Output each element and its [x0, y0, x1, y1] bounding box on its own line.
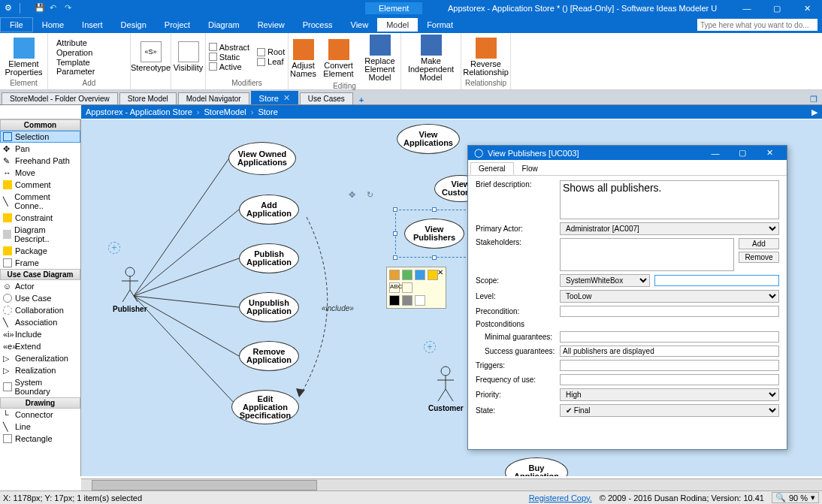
mini-palette[interactable]: ✕ ABC — [386, 267, 446, 309]
tool-comment-conn[interactable]: ╲Comment Conne.. — [0, 191, 80, 212]
replace-model-button[interactable]: Replace Element Model — [359, 35, 401, 82]
registered-copy-link[interactable]: Registered Copy. — [529, 493, 592, 502]
play-icon[interactable]: ▶ — [811, 107, 817, 117]
adjust-names-button[interactable]: Adjust Names — [289, 39, 319, 78]
tab-flow[interactable]: Flow — [514, 162, 546, 175]
level-select[interactable]: TooLow — [560, 290, 779, 303]
tool-rectangle[interactable]: Rectangle — [0, 433, 80, 445]
diagram-canvas[interactable]: + Publisher + Customer View Owned Applic… — [81, 119, 822, 476]
tool-actor[interactable]: ☺Actor — [0, 280, 80, 292]
tool-freehand[interactable]: ✎Freehand Path — [0, 155, 80, 167]
minimize-button[interactable]: — — [732, 0, 762, 17]
usecase-remove[interactable]: Remove Application — [239, 341, 299, 371]
leaf-checkbox[interactable]: Leaf — [257, 57, 285, 66]
tool-connector[interactable]: └Connector — [0, 409, 80, 421]
convert-element-button[interactable]: Convert Element — [323, 39, 355, 78]
usecase-unpublish[interactable]: Unpublish Application — [239, 292, 299, 322]
maximize-button[interactable]: ▢ — [731, 148, 754, 158]
tab-use-cases[interactable]: Use Cases — [300, 92, 353, 104]
breadcrumb-item[interactable]: Store — [258, 107, 277, 116]
menu-project[interactable]: Project — [156, 18, 199, 32]
tool-generalization[interactable]: ▷Generalization — [0, 352, 80, 364]
frequency-input[interactable] — [560, 374, 779, 385]
reverse-relationship-button[interactable]: Reverse Relationship — [464, 38, 509, 77]
save-icon[interactable]: 💾 — [35, 3, 45, 14]
selection-handles[interactable] — [395, 210, 473, 258]
menu-file[interactable]: File — [0, 17, 33, 32]
tool-extend[interactable]: «e»Extend — [0, 340, 80, 352]
tool-collaboration[interactable]: Collaboration — [0, 304, 80, 316]
restore-icon[interactable]: ❐ — [805, 95, 822, 104]
menu-model[interactable]: Model — [377, 18, 418, 32]
tool-sysboundary[interactable]: System Boundary — [0, 376, 80, 397]
menu-diagram[interactable]: Diagram — [199, 18, 249, 32]
root-checkbox[interactable]: Root — [257, 47, 285, 56]
actor-publisher[interactable]: Publisher — [113, 266, 147, 313]
tool-pan[interactable]: ✥Pan — [0, 143, 80, 155]
abstract-checkbox[interactable]: Abstract — [209, 43, 249, 52]
add-node-icon[interactable]: + — [108, 242, 120, 254]
tab-store-model[interactable]: Store Model — [119, 92, 177, 104]
tool-include[interactable]: «i»Include — [0, 328, 80, 340]
gear-icon[interactable]: ⚙ — [5, 3, 15, 14]
menu-process[interactable]: Process — [294, 18, 342, 32]
scope-select[interactable]: SystemWhiteBox — [560, 274, 650, 287]
close-icon[interactable]: ✕ — [283, 93, 290, 103]
tool-line[interactable]: ╲Line — [0, 421, 80, 433]
priority-select[interactable]: High — [560, 388, 779, 401]
context-tab-element[interactable]: Element — [365, 2, 422, 14]
breadcrumb-item[interactable]: Appstorex - Application Store — [86, 107, 192, 116]
close-icon[interactable]: ✕ — [437, 268, 443, 276]
usecase-buy-app[interactable]: Buy Application — [505, 457, 568, 476]
remove-button[interactable]: Remove — [739, 252, 779, 263]
menu-view[interactable]: View — [342, 18, 378, 32]
menu-insert[interactable]: Insert — [73, 18, 112, 32]
menu-home[interactable]: Home — [33, 18, 73, 32]
toolbox-group-common[interactable]: Common — [0, 119, 80, 131]
zoom-control[interactable]: 🔍 90 % ▾ — [772, 492, 819, 503]
tool-frame[interactable]: Frame — [0, 257, 80, 269]
tool-diagram-desc[interactable]: Diagram Descript.. — [0, 224, 80, 245]
make-independent-button[interactable]: Make Independent Model — [403, 35, 460, 82]
close-button[interactable]: ✕ — [792, 0, 822, 17]
usecase-view-owned[interactable]: View Owned Applications — [228, 142, 296, 175]
toolbox-group-usecase[interactable]: Use Case Diagram — [0, 269, 80, 280]
horizontal-scrollbar[interactable] — [81, 478, 822, 490]
tool-move[interactable]: ↔Move — [0, 167, 80, 179]
precondition-input[interactable] — [560, 306, 779, 317]
triggers-input[interactable] — [560, 360, 779, 371]
tool-realization[interactable]: ▷Realization — [0, 364, 80, 376]
tab-general[interactable]: General — [470, 162, 514, 175]
visibility-button[interactable]: Visibility — [166, 41, 211, 72]
menu-format[interactable]: Format — [418, 18, 462, 32]
tool-selection[interactable]: Selection — [0, 131, 80, 143]
add-template-param[interactable]: Template Parameter — [54, 58, 124, 76]
add-tab-button[interactable]: + — [353, 95, 370, 104]
undo-icon[interactable]: ↶ — [50, 3, 60, 14]
menu-design[interactable]: Design — [112, 18, 156, 32]
minimize-button[interactable]: — — [704, 149, 727, 158]
add-node-icon[interactable]: + — [424, 341, 436, 353]
stakeholders-list[interactable] — [560, 238, 734, 271]
breadcrumb-item[interactable]: StoreModel — [204, 107, 246, 116]
add-operation[interactable]: Operation — [54, 48, 124, 57]
tool-package[interactable]: Package — [0, 245, 80, 257]
minimal-guarantees-input[interactable] — [560, 331, 779, 343]
static-checkbox[interactable]: Static — [209, 53, 249, 62]
success-guarantees-input[interactable] — [560, 346, 779, 357]
redo-icon[interactable]: ↷ — [65, 3, 75, 14]
usecase-publish[interactable]: Publish Application — [239, 243, 299, 273]
tool-comment[interactable]: Comment — [0, 179, 80, 191]
toolbox-group-drawing[interactable]: Drawing — [0, 397, 80, 409]
usecase-add-app[interactable]: Add Application — [239, 195, 299, 225]
tool-usecase[interactable]: Use Case — [0, 292, 80, 304]
tool-constraint[interactable]: Constraint — [0, 212, 80, 224]
active-checkbox[interactable]: Active — [209, 62, 249, 71]
scope-extra-input[interactable] — [654, 275, 779, 286]
tab-folder-overview[interactable]: StoreModel - Folder Overview — [2, 92, 118, 104]
move-icon[interactable]: ✥ — [349, 190, 355, 200]
actor-customer[interactable]: Customer — [428, 365, 464, 412]
state-select[interactable]: ✔ Final — [560, 404, 779, 417]
element-properties-button[interactable]: Element Properties — [2, 38, 47, 77]
tab-store[interactable]: Store✕ — [251, 91, 298, 104]
